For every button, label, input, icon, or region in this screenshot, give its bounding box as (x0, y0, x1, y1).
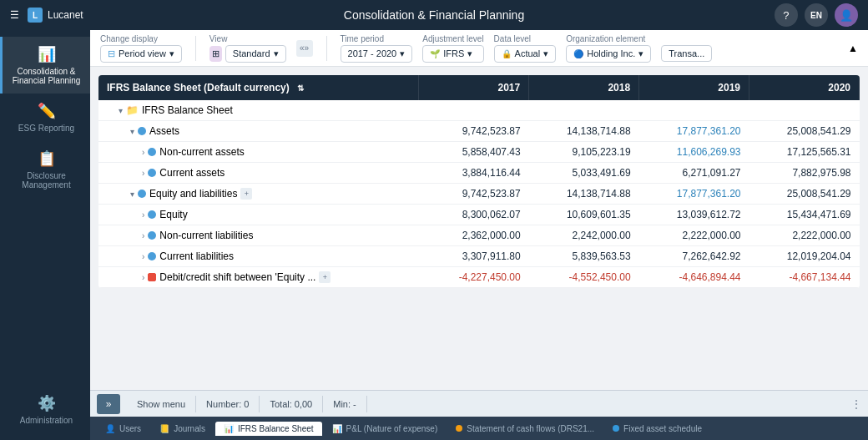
row-value-2018: 9,105,223.19 (529, 142, 639, 163)
help-button[interactable]: ? (775, 3, 798, 27)
col-header-2020: 2020 (749, 75, 860, 100)
topbar-title: Consolidation & Financial Planning (344, 8, 524, 22)
view-icon-button[interactable]: ⊞ (209, 46, 222, 62)
row-value-2017: 2,362,000.00 (419, 225, 529, 246)
table-area: IFRS Balance Sheet (Default currency) ⇅ … (90, 67, 868, 390)
row-value-2019: 2,222,000.00 (639, 225, 749, 246)
bottom-tab-journals[interactable]: 📒Journals (151, 422, 214, 436)
row-label-cell: ›Equity (98, 205, 419, 225)
period-view-dropdown[interactable]: ⊟ Period view ▾ (100, 45, 182, 63)
org-element-group: Organization element 🔵 Holding Inc. ▾ (566, 34, 651, 63)
row-value-cell (749, 100, 860, 121)
row-label-text: IFRS Balance Sheet (142, 104, 233, 116)
consolidation-icon: 📊 (38, 45, 56, 63)
time-period-dropdown[interactable]: 2017 - 2020 ▾ (341, 45, 413, 63)
row-value-2017: 8,300,062.07 (419, 205, 529, 225)
adj-level-dropdown[interactable]: 🌱 IFRS ▾ (422, 45, 483, 63)
sidebar-item-label: Consolidation & Financial Planning (6, 67, 87, 85)
logo: L Lucanet (28, 8, 83, 23)
row-label-cell: ›Current assets (98, 163, 419, 184)
row-value-cell (639, 100, 749, 121)
row-value-2017: 9,742,523.87 (419, 121, 529, 142)
view-group: View ⊞ Standard ▾ (209, 34, 286, 63)
blue-status-dot (148, 148, 156, 156)
filter-icon[interactable]: ⇅ (297, 83, 304, 93)
min-label: Min: (333, 399, 353, 409)
sidebar-item-disclosure[interactable]: 📋 Disclosure Management (0, 141, 90, 198)
row-value-cell (529, 100, 639, 121)
folder-icon: 📁 (126, 104, 139, 116)
expand-icon[interactable]: + (240, 188, 252, 200)
expand-chevron[interactable]: › (142, 231, 144, 240)
tab-dot (456, 425, 462, 432)
expand-chevron[interactable]: › (142, 169, 144, 178)
blue-status-dot (148, 252, 156, 260)
adj-level-label: Adjustment level (422, 34, 483, 43)
expand-chevron[interactable]: › (142, 273, 144, 282)
row-label-cell: ▾Assets (98, 121, 419, 142)
view-icon: ⊞ (212, 48, 220, 59)
bottom-tab-users[interactable]: 👤Users (97, 422, 149, 436)
expand-chevron[interactable]: › (142, 210, 144, 220)
col-header-2019: 2019 (639, 75, 749, 100)
row-value-2020: 25,008,541.29 (749, 121, 860, 142)
collapse-panel-button[interactable]: ▲ (848, 43, 858, 54)
show-menu-item[interactable]: Show menu (127, 396, 196, 412)
adj-level-group: Adjustment level 🌱 IFRS ▾ (422, 34, 483, 63)
expand-icon[interactable]: + (319, 271, 331, 283)
data-level-dropdown[interactable]: 🔒 Actual ▾ (494, 45, 557, 63)
table-header-label: IFRS Balance Sheet (Default currency) ⇅ (98, 75, 419, 100)
col-header-2018: 2018 (529, 75, 639, 100)
collapse-button[interactable]: «» (296, 40, 313, 57)
row-value-2019: 11,606,269.93 (639, 142, 749, 163)
bottom-tab-cashflow[interactable]: Statement of cash flows (DRS21... (447, 422, 603, 436)
sidebar-item-admin[interactable]: ⚙️ Administration (0, 386, 90, 433)
more-options-button[interactable]: ⋮ (851, 398, 861, 410)
row-value-2020: 2,222,000.00 (749, 225, 860, 246)
org-element-dropdown[interactable]: 🔵 Holding Inc. ▾ (566, 45, 651, 63)
calendar-icon: ⊟ (108, 48, 115, 59)
row-value-2018: 5,033,491.69 (529, 163, 639, 184)
bottom-tab-ifrs-balance[interactable]: 📊IFRS Balance Sheet (215, 422, 322, 436)
row-label-text: Equity (159, 209, 187, 220)
row-label-text: Non-current liabilities (159, 230, 253, 241)
bottom-tab-pl-nature[interactable]: 📊P&L (Nature of expense) (324, 422, 447, 436)
view-dropdown[interactable]: Standard ▾ (225, 45, 286, 63)
row-label-cell: ›Non-current liabilities (98, 225, 419, 246)
collapse-chevron[interactable]: ▾ (130, 127, 134, 136)
transactions-button[interactable]: Transa... (661, 45, 712, 62)
row-value-2020: -4,667,134.44 (749, 267, 860, 288)
collapse-chevron[interactable]: ▾ (130, 190, 134, 199)
sidebar-item-label: Disclosure Management (6, 171, 87, 190)
number-label: Number: (206, 399, 244, 409)
bottom-tab-fixed-asset[interactable]: Fixed asset schedule (604, 422, 710, 436)
sidebar-item-consolidation[interactable]: 📊 Consolidation & Financial Planning (0, 37, 90, 94)
row-value-2018: 10,609,601.35 (529, 205, 639, 225)
statusbar: » Show menu Number: 0 Total: 0,00 Min: -… (90, 390, 868, 417)
collapse-chevron[interactable]: ▾ (119, 106, 123, 115)
sidebar-item-esg[interactable]: ✏️ ESG Reporting (0, 94, 90, 141)
sidebar-item-label: ESG Reporting (18, 124, 74, 133)
row-value-2020: 15,434,471.69 (749, 205, 860, 225)
expand-chevron[interactable]: › (142, 252, 144, 261)
chevron-down-icon: ▾ (169, 48, 174, 59)
menu-icon[interactable]: ☰ (10, 9, 19, 21)
time-period-value: 2017 - 2020 (348, 48, 397, 58)
tab-label: Users (119, 424, 141, 433)
row-label-cell: ▾Equity and liabilities+ (98, 184, 419, 205)
row-label-text: Current assets (159, 167, 225, 179)
table-row: ›Equity8,300,062.0710,609,601.3513,039,6… (98, 205, 860, 225)
total-item: Total: 0,00 (260, 396, 323, 412)
tab-label: IFRS Balance Sheet (238, 424, 314, 433)
toolbar-divider-1 (195, 36, 196, 61)
header-label-text: IFRS Balance Sheet (Default currency) (107, 82, 290, 94)
row-value-2017: 3,884,116.44 (419, 163, 529, 184)
expand-button[interactable]: » (97, 394, 120, 414)
expand-chevron[interactable]: › (142, 148, 144, 157)
row-value-cell (419, 100, 529, 121)
user-button[interactable]: 👤 (835, 3, 858, 27)
time-period-label: Time period (341, 34, 413, 43)
blue-status-dot (148, 169, 156, 177)
language-button[interactable]: EN (805, 3, 828, 27)
sidebar: 📊 Consolidation & Financial Planning ✏️ … (0, 30, 90, 440)
